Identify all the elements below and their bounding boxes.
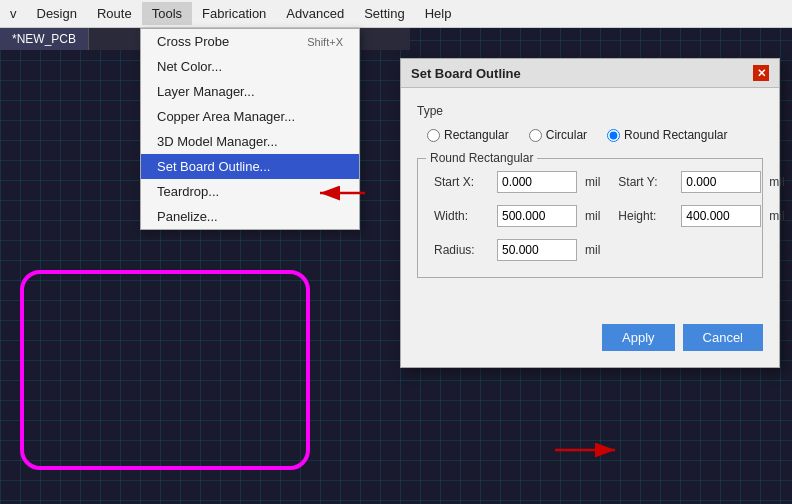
radius-label: Radius: [434, 243, 489, 257]
start-y-unit: mil [769, 175, 784, 189]
radio-round-rectangular[interactable] [607, 129, 620, 142]
dialog-buttons: Apply Cancel [401, 314, 779, 367]
dialog-title: Set Board Outline [411, 66, 521, 81]
arrow-apply [550, 435, 630, 465]
dropdown-item-cross-probe[interactable]: Cross Probe Shift+X [141, 29, 359, 54]
dropdown-item-label-teardrop: Teardrop... [157, 184, 219, 199]
start-xy-row: Start X: mil Start Y: mil [434, 171, 746, 193]
height-unit: mil [769, 209, 784, 223]
menu-item-route[interactable]: Route [87, 2, 142, 25]
dropdown-item-net-color[interactable]: Net Color... [141, 54, 359, 79]
height-input[interactable] [681, 205, 761, 227]
dropdown-item-shortcut-cross-probe: Shift+X [307, 36, 343, 48]
width-unit: mil [585, 209, 600, 223]
start-x-unit: mil [585, 175, 600, 189]
radio-label-rectangular: Rectangular [444, 128, 509, 142]
menu-item-help[interactable]: Help [415, 2, 462, 25]
radio-label-circular: Circular [546, 128, 587, 142]
start-x-label: Start X: [434, 175, 489, 189]
dropdown-item-set-board-outline[interactable]: Set Board Outline... [141, 154, 359, 179]
set-board-outline-dialog: Set Board Outline ✕ Type Rectangular Cir… [400, 58, 780, 368]
radius-input[interactable] [497, 239, 577, 261]
width-height-row: Width: mil Height: mil [434, 205, 746, 227]
apply-button[interactable]: Apply [602, 324, 675, 351]
dropdown-item-label-net-color: Net Color... [157, 59, 222, 74]
dropdown-item-label-set-board-outline: Set Board Outline... [157, 159, 270, 174]
dropdown-item-label-layer-manager: Layer Manager... [157, 84, 255, 99]
dialog-titlebar: Set Board Outline ✕ [401, 59, 779, 88]
menu-item-fabrication[interactable]: Fabrication [192, 2, 276, 25]
cancel-button[interactable]: Cancel [683, 324, 763, 351]
radio-label-round-rectangular: Round Rectangular [624, 128, 727, 142]
fieldset-title: Round Rectangular [426, 151, 537, 165]
type-section-label: Type [417, 104, 763, 118]
radius-row: Radius: mil [434, 239, 746, 261]
menu-item-v[interactable]: v [0, 2, 27, 25]
start-y-label: Start Y: [618, 175, 673, 189]
dialog-close-button[interactable]: ✕ [753, 65, 769, 81]
menu-item-design[interactable]: Design [27, 2, 87, 25]
radius-unit: mil [585, 243, 600, 257]
dropdown-item-label-copper-area-manager: Copper Area Manager... [157, 109, 295, 124]
start-y-input[interactable] [681, 171, 761, 193]
type-radio-group: Rectangular Circular Round Rectangular [417, 128, 763, 142]
round-rectangular-section: Round Rectangular Start X: mil Start Y: … [417, 158, 763, 278]
height-label: Height: [618, 209, 673, 223]
arrow-set-board-outline [310, 178, 370, 208]
dialog-body: Type Rectangular Circular Round Rectangu… [401, 88, 779, 314]
width-label: Width: [434, 209, 489, 223]
dropdown-item-label-panelize: Panelize... [157, 209, 218, 224]
width-input[interactable] [497, 205, 577, 227]
radio-option-rectangular[interactable]: Rectangular [427, 128, 509, 142]
dropdown-item-3d-model-manager[interactable]: 3D Model Manager... [141, 129, 359, 154]
radio-option-circular[interactable]: Circular [529, 128, 587, 142]
radio-rectangular[interactable] [427, 129, 440, 142]
menubar: v Design Route Tools Fabrication Advance… [0, 0, 792, 28]
pcb-board-outline [20, 270, 310, 470]
start-x-input[interactable] [497, 171, 577, 193]
dropdown-item-label-cross-probe: Cross Probe [157, 34, 229, 49]
radio-option-round-rectangular[interactable]: Round Rectangular [607, 128, 727, 142]
dropdown-item-copper-area-manager[interactable]: Copper Area Manager... [141, 104, 359, 129]
radio-circular[interactable] [529, 129, 542, 142]
menu-item-tools[interactable]: Tools [142, 2, 192, 25]
menu-item-setting[interactable]: Setting [354, 2, 414, 25]
dropdown-item-layer-manager[interactable]: Layer Manager... [141, 79, 359, 104]
menu-item-advanced[interactable]: Advanced [276, 2, 354, 25]
tab-new-pcb[interactable]: *NEW_PCB [0, 28, 89, 50]
dropdown-item-label-3d-model-manager: 3D Model Manager... [157, 134, 278, 149]
